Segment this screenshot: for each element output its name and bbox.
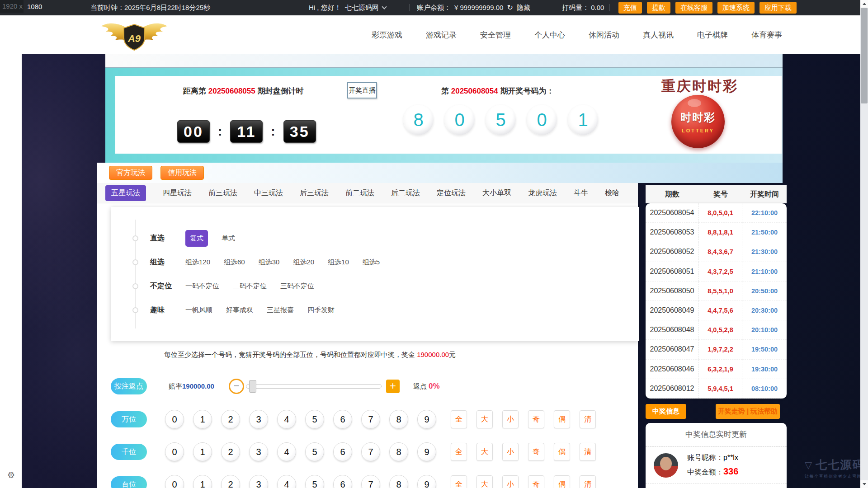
digit-ball[interactable]: 7 <box>361 410 380 429</box>
bet-option[interactable]: 好事成双 <box>226 306 253 314</box>
filter-button[interactable]: 偶 <box>554 410 570 428</box>
bet-option[interactable]: 单式 <box>222 234 235 243</box>
scroll-up-arrow-icon[interactable] <box>860 0 868 8</box>
trend-help-button[interactable]: 开奖走势 | 玩法帮助 <box>716 404 780 419</box>
filter-button[interactable]: 大 <box>476 475 493 488</box>
live-draw-button[interactable]: 开奖直播 <box>347 82 377 99</box>
digit-ball[interactable]: 7 <box>361 475 380 488</box>
bet-option[interactable]: 三码不定位 <box>280 282 314 291</box>
digit-ball[interactable]: 4 <box>277 475 296 488</box>
bet-option[interactable]: 四季发财 <box>307 306 335 314</box>
filter-button[interactable]: 奇 <box>528 410 544 428</box>
chevron-down-icon[interactable] <box>382 4 387 9</box>
filter-button[interactable]: 清 <box>580 475 596 488</box>
radio-dot-icon[interactable] <box>132 235 138 241</box>
nav-item-3[interactable]: 个人中心 <box>534 30 565 40</box>
filter-button[interactable]: 奇 <box>528 443 544 461</box>
digit-ball[interactable]: 9 <box>417 475 436 488</box>
digit-ball[interactable]: 0 <box>165 442 184 461</box>
bet-option[interactable]: 组选10 <box>328 258 349 267</box>
tab-9[interactable]: 龙虎玩法 <box>528 188 557 198</box>
digit-ball[interactable]: 5 <box>305 442 324 461</box>
digit-ball[interactable]: 6 <box>333 410 352 429</box>
user-menu[interactable]: Hi , 您好！ 七七源码网 <box>309 0 386 15</box>
tab-11[interactable]: 梭哈 <box>605 188 619 198</box>
filter-button[interactable]: 全 <box>451 410 467 428</box>
digit-ball[interactable]: 2 <box>221 410 240 429</box>
digit-ball[interactable]: 9 <box>417 442 436 461</box>
mode-button-0[interactable]: 官方玩法 <box>109 166 152 180</box>
mode-button-1[interactable]: 信用玩法 <box>160 166 204 180</box>
nav-item-0[interactable]: 彩票游戏 <box>372 30 402 40</box>
rebate-slider[interactable] <box>246 384 382 389</box>
tab-5[interactable]: 前二玩法 <box>345 188 374 198</box>
bet-option[interactable]: 复式 <box>185 230 208 247</box>
a9-wings-logo[interactable]: A9 <box>96 18 173 52</box>
win-info-button[interactable]: 中奖信息 <box>646 404 686 419</box>
filter-button[interactable]: 清 <box>580 410 596 428</box>
topbar-button-app-download[interactable]: 应用下载 <box>760 2 797 14</box>
scroll-down-arrow-icon[interactable] <box>860 480 868 488</box>
plus-button[interactable]: + <box>386 380 400 393</box>
radio-dot-icon[interactable] <box>132 283 138 289</box>
filter-button[interactable]: 大 <box>476 410 493 428</box>
tab-2[interactable]: 前三玩法 <box>208 188 237 198</box>
minus-button[interactable]: − <box>229 379 244 394</box>
tab-10[interactable]: 斗牛 <box>574 188 588 198</box>
digit-ball[interactable]: 3 <box>249 475 268 488</box>
tab-8[interactable]: 大小单双 <box>482 188 511 198</box>
tab-1[interactable]: 四星玩法 <box>163 188 192 198</box>
filter-button[interactable]: 偶 <box>554 475 570 488</box>
nav-item-6[interactable]: 电子棋牌 <box>697 30 728 40</box>
digit-ball[interactable]: 7 <box>361 442 380 461</box>
digit-ball[interactable]: 3 <box>249 410 268 429</box>
digit-ball[interactable]: 2 <box>221 475 240 488</box>
digit-ball[interactable]: 8 <box>389 410 408 429</box>
bet-rebate-button[interactable]: 投注返点 <box>111 378 147 394</box>
topbar-button-recharge[interactable]: 充值 <box>618 2 642 14</box>
radio-dot-icon[interactable] <box>132 259 138 265</box>
bet-option[interactable]: 一码不定位 <box>185 282 219 291</box>
bet-option[interactable]: 组选30 <box>259 258 280 267</box>
scrollbar[interactable] <box>860 0 868 488</box>
tab-6[interactable]: 后二玩法 <box>391 188 420 198</box>
bet-option[interactable]: 组选60 <box>224 258 245 267</box>
tab-3[interactable]: 中三玩法 <box>254 188 283 198</box>
radio-dot-icon[interactable] <box>132 307 138 313</box>
digit-ball[interactable]: 8 <box>389 442 408 461</box>
bet-option[interactable]: 一帆风顺 <box>185 306 212 314</box>
digit-ball[interactable]: 1 <box>193 475 212 488</box>
filter-button[interactable]: 奇 <box>528 475 544 488</box>
digit-ball[interactable]: 8 <box>389 475 408 488</box>
digit-ball[interactable]: 6 <box>333 475 352 488</box>
bet-option[interactable]: 组选120 <box>185 258 210 267</box>
filter-button[interactable]: 小 <box>502 475 519 488</box>
digit-ball[interactable]: 5 <box>305 475 324 488</box>
bet-option[interactable]: 二码不定位 <box>233 282 267 291</box>
topbar-button-accelerator[interactable]: 加速系统 <box>717 2 755 14</box>
topbar-button-online-service[interactable]: 在线客服 <box>675 2 712 14</box>
filter-button[interactable]: 小 <box>502 410 519 428</box>
digit-ball[interactable]: 0 <box>165 475 184 488</box>
nav-item-1[interactable]: 游戏记录 <box>426 30 457 40</box>
digit-ball[interactable]: 1 <box>193 442 212 461</box>
bet-option[interactable]: 组选20 <box>293 258 314 267</box>
tab-4[interactable]: 后三玩法 <box>300 188 329 198</box>
digit-ball[interactable]: 9 <box>417 410 436 429</box>
hide-balance-button[interactable]: 隐藏 <box>517 0 530 15</box>
tab-7[interactable]: 定位玩法 <box>437 188 466 198</box>
slider-handle[interactable] <box>249 380 256 393</box>
tab-0[interactable]: 五星玩法 <box>105 185 146 201</box>
digit-ball[interactable]: 4 <box>277 410 296 429</box>
refresh-icon[interactable]: ↻ <box>507 0 513 15</box>
nav-item-2[interactable]: 安全管理 <box>480 30 511 40</box>
filter-button[interactable]: 清 <box>580 443 596 461</box>
filter-button[interactable]: 小 <box>502 443 519 461</box>
filter-button[interactable]: 全 <box>451 443 467 461</box>
gear-icon[interactable]: ⚙ <box>7 470 15 480</box>
nav-item-5[interactable]: 真人视讯 <box>643 30 674 40</box>
nav-item-4[interactable]: 休闲活动 <box>589 30 619 40</box>
bet-option[interactable]: 三星报喜 <box>267 306 294 314</box>
digit-ball[interactable]: 0 <box>165 410 184 429</box>
digit-ball[interactable]: 3 <box>249 442 268 461</box>
